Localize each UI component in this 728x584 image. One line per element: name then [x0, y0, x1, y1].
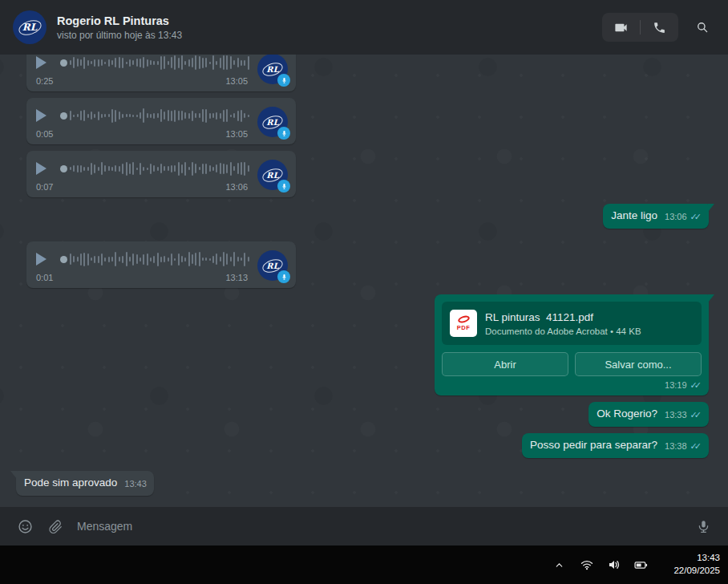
message-time: 13:38 [665, 441, 687, 451]
composer [0, 507, 728, 545]
read-ticks-icon: ✓✓ [690, 380, 702, 390]
voice-message-bubble: 0:05 13:05 RL [26, 98, 296, 144]
contact-name: Rogerio RL Pinturas [57, 14, 602, 27]
pdf-icon: PDF [450, 310, 477, 337]
play-button[interactable] [36, 56, 54, 69]
sender-avatar[interactable]: RL [257, 55, 288, 84]
message-meta: 13:33✓✓ [665, 410, 702, 420]
contact-info[interactable]: Rogerio RL Pinturas visto por último hoj… [57, 14, 602, 41]
chat-area[interactable]: 0:25 13:05 RL 0:05 13:0 [0, 55, 728, 507]
chat-header[interactable]: RL Rogerio RL Pinturas visto por último … [0, 0, 728, 55]
message-time: 13:19 [665, 380, 687, 390]
taskbar-date: 22/09/2025 [673, 565, 720, 578]
play-icon [36, 109, 47, 122]
voice-track: 0:07 13:06 [60, 158, 249, 192]
message-input[interactable] [77, 520, 686, 533]
emoji-icon [17, 518, 34, 535]
document-meta: Documento do Adobe Acrobat • 44 KB [485, 326, 641, 336]
taskbar: 13:43 22/09/2025 [0, 545, 728, 584]
mic-icon [696, 519, 711, 534]
header-actions [602, 13, 716, 42]
voice-scrubber[interactable] [60, 112, 67, 120]
outgoing-message-bubble[interactable]: Jante ligo 13:06✓✓ [603, 204, 709, 229]
message-text: Pode sim aprovado [24, 476, 117, 490]
play-icon [36, 56, 47, 69]
document-filename: RL pinturas 41121.pdf [485, 311, 641, 323]
wifi-icon [580, 558, 593, 571]
voice-duration: 0:25 [36, 76, 53, 86]
battery-icon [634, 558, 648, 572]
system-tray [549, 554, 651, 575]
wifi-button[interactable] [576, 554, 597, 575]
open-button[interactable]: Abrir [442, 352, 568, 376]
message-time: 13:43 [124, 479, 147, 489]
read-ticks-icon: ✓✓ [690, 410, 702, 420]
video-call-button[interactable] [602, 13, 640, 42]
emoji-button[interactable] [11, 513, 38, 540]
play-button[interactable] [36, 253, 54, 266]
voice-call-button[interactable] [641, 13, 678, 42]
pdf-label: PDF [457, 324, 471, 331]
video-camera-icon [613, 20, 629, 35]
message-time: 13:33 [665, 410, 687, 420]
voice-duration: 0:05 [36, 129, 53, 139]
play-button[interactable] [36, 109, 54, 122]
voice-scrubber[interactable] [60, 256, 67, 263]
voice-scrubber[interactable] [60, 59, 67, 67]
voice-message-bubble: 0:07 13:06 RL [26, 151, 296, 197]
voice-waveform[interactable] [70, 55, 249, 73]
search-icon [695, 20, 710, 34]
volume-button[interactable] [604, 554, 624, 575]
attach-button[interactable] [42, 513, 69, 540]
read-ticks-icon: ✓✓ [690, 212, 702, 221]
sender-avatar[interactable]: RL [257, 107, 288, 137]
search-button[interactable] [689, 13, 716, 42]
sender-avatar[interactable]: RL [257, 160, 288, 190]
taskbar-time: 13:43 [673, 552, 720, 565]
call-button-group [602, 13, 678, 42]
voice-message-bubble: 0:25 13:05 RL [26, 55, 296, 91]
save-as-button[interactable]: Salvar como... [575, 352, 702, 376]
document-file-row[interactable]: PDF RL pinturas 41121.pdf Documento do A… [442, 302, 702, 345]
taskbar-clock[interactable]: 13:43 22/09/2025 [673, 552, 720, 577]
whatsapp-window: RL Rogerio RL Pinturas visto por último … [0, 0, 728, 584]
message-time: 13:06 [225, 182, 248, 192]
voice-waveform[interactable] [70, 158, 249, 179]
voice-waveform[interactable] [70, 249, 249, 270]
paperclip-icon [48, 519, 63, 534]
voice-scrubber[interactable] [60, 165, 67, 172]
play-icon [36, 162, 47, 175]
sender-avatar[interactable]: RL [257, 250, 288, 281]
message-meta: 13:06✓✓ [665, 212, 702, 222]
message-text: Ok Rogerio? [597, 407, 657, 421]
message-time: 13:05 [225, 76, 248, 86]
voice-waveform[interactable] [70, 105, 249, 126]
outgoing-message-bubble[interactable]: Ok Rogerio? 13:33✓✓ [588, 402, 709, 427]
contact-logo: RL [22, 22, 37, 33]
outgoing-message-bubble[interactable]: Posso pedir para separar? 13:38✓✓ [522, 433, 709, 458]
contact-status: visto por último hoje às 13:43 [57, 30, 602, 41]
message-time: 13:05 [225, 129, 248, 139]
mic-badge-icon [277, 180, 290, 193]
sender-logo: RL [266, 171, 278, 180]
mic-badge-icon [277, 127, 290, 140]
play-button[interactable] [36, 162, 54, 175]
incoming-message-bubble[interactable]: Pode sim aprovado 13:43 [16, 471, 154, 496]
spacer [0, 235, 728, 241]
speaker-icon [608, 558, 621, 571]
sender-logo: RL [266, 65, 278, 74]
mic-badge-icon [277, 74, 290, 87]
message-time: 13:13 [225, 273, 248, 282]
phone-icon [653, 21, 666, 34]
message-time: 13:06 [665, 212, 687, 221]
voice-track: 0:01 13:13 [60, 249, 249, 282]
chevron-up-icon [554, 560, 564, 570]
play-icon [36, 253, 47, 266]
mic-button[interactable] [690, 513, 717, 540]
message-text: Posso pedir para separar? [530, 438, 657, 452]
voice-track: 0:05 13:05 [60, 105, 249, 139]
battery-button[interactable] [631, 554, 651, 575]
tray-expand-button[interactable] [549, 554, 569, 575]
spacer [0, 464, 728, 471]
contact-avatar[interactable]: RL [13, 10, 47, 44]
